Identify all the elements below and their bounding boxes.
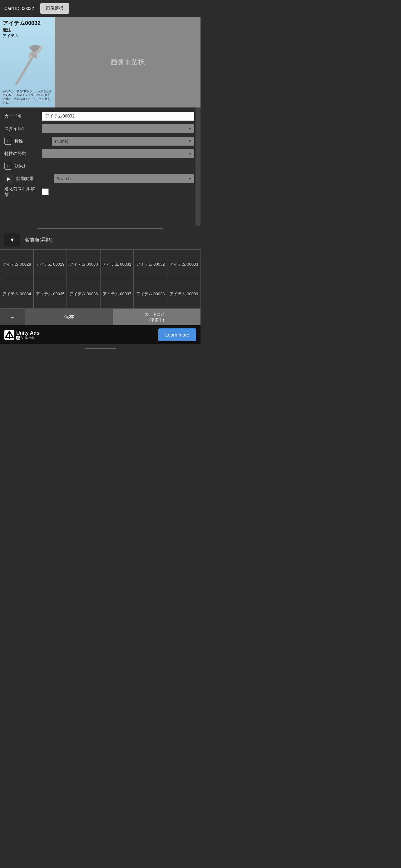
unity-small-icon: [16, 336, 20, 340]
grid-cell[interactable]: アイテム 00037: [100, 279, 134, 309]
card-image-area: [2, 39, 52, 88]
grid-cell[interactable]: アイテム 00033: [167, 249, 201, 279]
grid-cell[interactable]: アイテム 00030: [67, 249, 100, 279]
card-id-label: Card ID: 00032: [4, 6, 34, 11]
grid-cell[interactable]: アイテム 00032: [134, 249, 167, 279]
sort-dropdown-button[interactable]: ▼: [4, 234, 20, 247]
bottom-nav: [0, 344, 201, 353]
form-row-trait: + 特性 (None) ▼: [0, 135, 201, 148]
card-type: 魔法: [2, 28, 52, 33]
card-subtype: アイテム: [2, 33, 52, 39]
pickaxe-icon: [10, 40, 45, 87]
save-button[interactable]: 保存: [25, 309, 113, 325]
section-divider: [37, 228, 163, 229]
form-row-effect1: + 効果1: [0, 160, 201, 173]
grid-cell[interactable]: アイテム 00034: [0, 279, 33, 309]
grid-cell[interactable]: アイテム 00035: [33, 279, 67, 309]
card-preview: アイテム00032 魔法 アイテム 手札のカードを2枚トラッシュするなら使える。…: [0, 17, 55, 107]
nav-bar: [85, 348, 116, 349]
active-effect-play-button[interactable]: ▶: [4, 174, 13, 183]
grid-cell[interactable]: アイテム 00039: [167, 279, 201, 309]
unity-sub-text: Unity Ads: [16, 336, 39, 340]
form-row-pre-evo: 進化前スキル解放: [0, 185, 201, 199]
style1-label: スタイル1: [4, 126, 39, 131]
sort-bar: ▼ 名前順(昇順): [0, 231, 201, 249]
style1-select[interactable]: [42, 124, 194, 133]
pre-evo-checkbox[interactable]: [42, 188, 49, 195]
active-effect-label: 能動効果: [16, 176, 51, 182]
ad-banner: Unity Ads Unity Ads Learn more: [0, 325, 201, 344]
active-effect-select-wrapper: Search ▼: [54, 174, 194, 183]
preview-area: アイテム00032 魔法 アイテム 手札のカードを2枚トラッシュするなら使える。…: [0, 17, 201, 107]
learn-more-button[interactable]: Learn more: [158, 329, 196, 341]
grid-cell[interactable]: アイテム 00028: [0, 249, 33, 279]
grid-cell[interactable]: アイテム 00038: [134, 279, 167, 309]
unity-brand: Unity Ads Unity Ads: [16, 330, 39, 340]
card-name-input[interactable]: [42, 112, 194, 121]
trait-label: 特性: [14, 138, 49, 144]
form-section: カード名 スタイル1 ▼ + 特性 (None) ▼ 特性の発動 ▼: [0, 107, 201, 226]
grid-cell[interactable]: アイテム 00031: [100, 249, 134, 279]
bottom-toolbar: ← 保存 カードコピー(準備中): [0, 309, 201, 325]
style1-select-wrapper: ▼: [42, 124, 194, 133]
trait-select-wrapper: (None) ▼: [52, 137, 194, 146]
form-row-style1: スタイル1 ▼: [0, 122, 201, 135]
trait-trigger-select[interactable]: [42, 149, 194, 158]
trait-trigger-label: 特性の発動: [4, 151, 39, 157]
image-select-button[interactable]: 画像選択: [40, 3, 69, 14]
card-name-label: カード名: [4, 114, 39, 119]
sort-label: 名前順(昇順): [24, 237, 53, 243]
card-desc: 手札のカードを2枚トラッシュするなら使える。山札のモンスターから１枚まで選び、手…: [2, 89, 52, 105]
trait-select[interactable]: (None): [52, 137, 194, 146]
top-bar: Card ID: 00032 画像選択: [0, 0, 201, 17]
no-image-text: 画像未選択: [110, 58, 145, 67]
grid-cell[interactable]: アイテム 00036: [67, 279, 100, 309]
unity-logo-icon: [4, 330, 14, 340]
no-image-area: 画像未選択: [55, 17, 201, 107]
form-row-card-name: カード名: [0, 110, 201, 122]
trait-add-button[interactable]: +: [4, 138, 11, 145]
card-grid: アイテム 00028アイテム 00029アイテム 00030アイテム 00031…: [0, 249, 201, 309]
trait-trigger-select-wrapper: ▼: [42, 149, 194, 158]
effect1-label: 効果1: [14, 163, 49, 169]
unity-logo: Unity Ads Unity Ads: [4, 330, 155, 340]
card-copy-button[interactable]: カードコピー(準備中): [113, 309, 201, 325]
empty-space: [0, 199, 201, 224]
card-title: アイテム00032: [2, 19, 52, 27]
unity-ads-text: Unity Ads: [16, 330, 39, 336]
active-effect-select[interactable]: Search: [54, 174, 194, 183]
back-button[interactable]: ←: [0, 309, 25, 325]
scrollbar-track[interactable]: [196, 107, 201, 226]
effect1-add-button[interactable]: +: [4, 163, 11, 170]
form-row-active-effect: ▶ 能動効果 Search ▼: [0, 173, 201, 185]
grid-cell[interactable]: アイテム 00029: [33, 249, 67, 279]
pre-evo-label: 進化前スキル解放: [4, 186, 39, 197]
form-row-trait-trigger: 特性の発動 ▼: [0, 148, 201, 160]
